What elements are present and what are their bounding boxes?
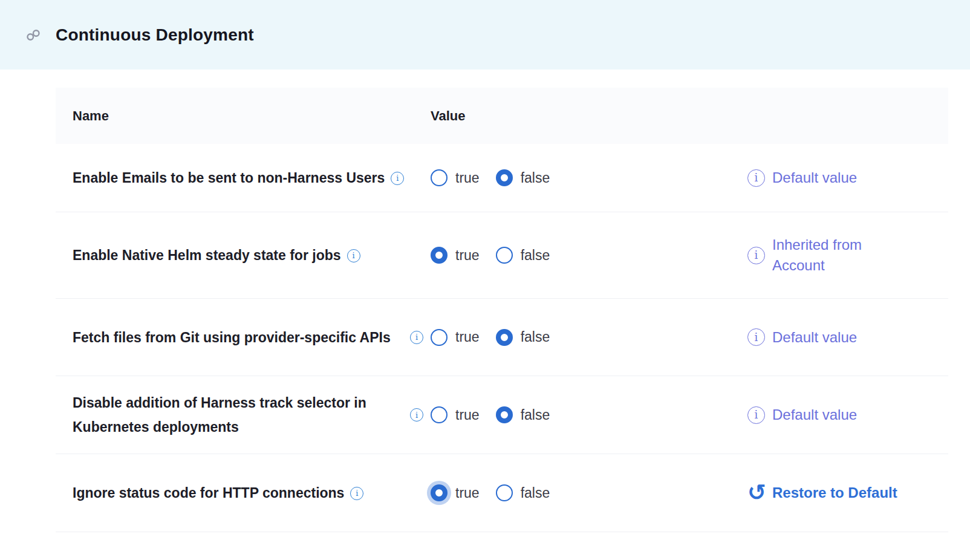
info-icon[interactable]: i [747,328,765,346]
radio-true[interactable]: true [431,329,480,346]
radio-circle-icon[interactable] [431,484,448,501]
radio-label: false [521,170,550,186]
table-row: Enable Emails to be sent to non-Harness … [56,144,948,212]
radio-circle-icon[interactable] [496,484,513,501]
page-title: Continuous Deployment [56,25,254,45]
restore-icon: ↺ [747,484,766,501]
radio-circle-icon[interactable] [431,329,448,346]
radio-circle-icon[interactable] [496,329,513,346]
setting-name: Enable Native Helm steady state for jobs [73,247,341,263]
setting-name: Disable addition of Harness track select… [73,395,366,435]
radio-true[interactable]: true [431,247,480,264]
table-header-row: Name Value [56,88,948,144]
table-row: Ignore status code for HTTP connectionsi… [56,454,948,532]
info-icon[interactable]: i [391,172,404,185]
info-icon[interactable]: i [410,331,423,344]
status-inherited-from-account: Inherited from Account [772,235,890,276]
setting-name: Ignore status code for HTTP connections [73,485,344,501]
table-row: Fetch files from Git using provider-spec… [56,299,948,376]
restore-button-label: Restore to Default [772,484,897,501]
radio-label: false [521,329,550,345]
info-icon[interactable]: i [350,487,363,500]
radio-label: false [521,247,550,264]
column-header-value: Value [431,108,465,124]
info-icon[interactable]: i [347,249,360,262]
radio-circle-icon[interactable] [431,169,448,186]
radio-circle-icon[interactable] [496,406,513,423]
radio-circle-icon[interactable] [431,247,448,264]
section-header: Continuous Deployment [0,0,970,70]
status-default-value: Default value [772,168,857,188]
radio-true[interactable]: true [431,406,480,423]
radio-label: true [455,247,480,264]
table-row: Enable Native Helm steady state for jobs… [56,212,948,299]
radio-true[interactable]: true [431,169,480,186]
info-icon[interactable]: i [410,408,423,422]
info-icon[interactable]: i [747,169,765,187]
setting-name: Fetch files from Git using provider-spec… [73,330,391,345]
info-icon[interactable]: i [747,247,765,264]
status-default-value: Default value [772,405,857,425]
radio-false[interactable]: false [496,169,550,186]
radio-label: false [521,485,550,501]
link-icon[interactable] [25,27,41,43]
radio-label: true [455,407,480,423]
radio-true[interactable]: true [431,484,480,501]
radio-false[interactable]: false [496,247,550,264]
radio-circle-icon[interactable] [496,247,513,264]
radio-label: true [455,170,480,186]
radio-label: true [455,485,480,501]
column-header-name: Name [73,108,109,123]
radio-false[interactable]: false [496,406,550,423]
restore-to-default-button[interactable]: ↺ Restore to Default [747,484,897,501]
radio-circle-icon[interactable] [431,406,448,423]
table-row: Disable addition of Harness track select… [56,376,948,454]
info-icon[interactable]: i [747,406,765,424]
radio-false[interactable]: false [496,329,550,346]
status-default-value: Default value [772,327,857,348]
radio-label: true [455,329,480,345]
radio-false[interactable]: false [496,484,550,501]
settings-table: Name Value Enable Emails to be sent to n… [56,88,948,532]
radio-circle-icon[interactable] [496,169,513,186]
setting-name: Enable Emails to be sent to non-Harness … [73,170,385,186]
radio-label: false [521,407,550,423]
